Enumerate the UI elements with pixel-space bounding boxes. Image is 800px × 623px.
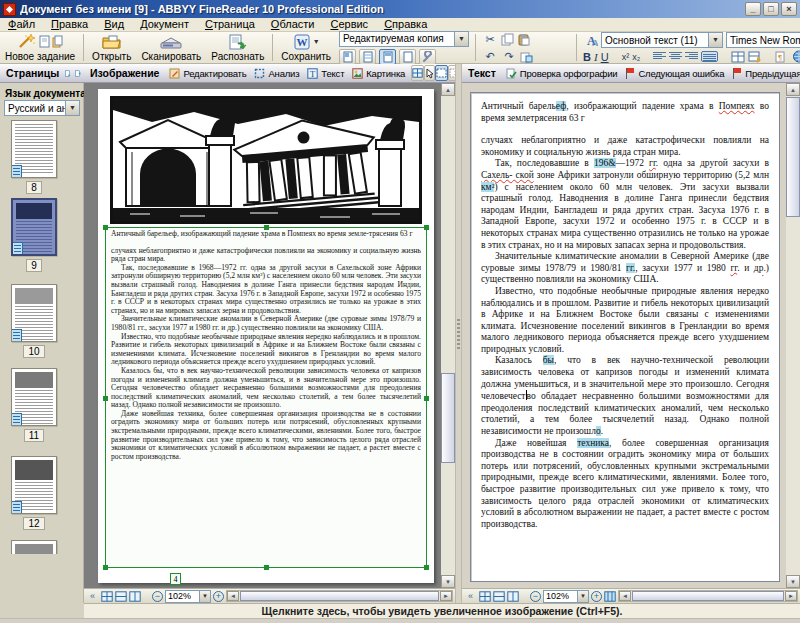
selection-handle[interactable]	[264, 565, 269, 570]
text-area-button[interactable]: T Текст	[303, 68, 348, 79]
underline-button[interactable]: U	[601, 51, 609, 63]
save-dropdown-arrow-icon[interactable]: ▼	[313, 38, 320, 45]
page-thumbnail-11[interactable]: 11	[10, 368, 58, 442]
format-option-2-button[interactable]	[359, 49, 376, 65]
prev-error-button[interactable]: Предыдущая ошибка	[728, 68, 800, 79]
zoom-in-icon[interactable]: +	[213, 591, 224, 602]
scroll-right-icon[interactable]: ►	[440, 591, 452, 601]
save-button[interactable]: W ▼ Сохранить	[276, 32, 336, 63]
italic-button[interactable]: I	[594, 51, 598, 63]
superscript-button[interactable]: x²	[622, 52, 630, 62]
menu-view[interactable]: Вид	[96, 18, 132, 31]
selection-handle[interactable]	[103, 396, 108, 401]
copy-icon[interactable]	[501, 33, 514, 46]
paste-icon[interactable]	[517, 33, 530, 46]
layout-horizontal-icon[interactable]	[115, 591, 127, 602]
maximize-button[interactable]: □	[763, 2, 779, 16]
image-zoom-select[interactable]: 102% ▼	[165, 590, 211, 603]
scroll-up-icon[interactable]: ▲	[786, 83, 800, 96]
menu-areas[interactable]: Области	[263, 18, 323, 31]
scrollbar-thumb[interactable]	[632, 591, 784, 601]
table-properties-icon[interactable]	[748, 51, 762, 63]
minimize-button[interactable]: _	[745, 2, 761, 16]
close-button[interactable]: ×	[781, 2, 797, 16]
language-tools-icon[interactable]	[792, 50, 800, 63]
cut-icon[interactable]: ✂	[482, 32, 498, 47]
selection-handle[interactable]	[424, 396, 429, 401]
spellcheck-button[interactable]: Проверка орфографии	[502, 68, 622, 79]
scrollbar-thumb[interactable]	[240, 591, 439, 601]
text-area-selection[interactable]: Античный барельеф, изображающий падение …	[105, 227, 427, 568]
format-option-4-button[interactable]	[399, 49, 416, 65]
layout-vertical-icon[interactable]	[507, 591, 519, 602]
status-hint-bar[interactable]: Щелкните здесь, чтобы увидеть увеличенно…	[84, 603, 800, 618]
scrollbar-thumb[interactable]	[786, 97, 800, 217]
page-thumbnail-13[interactable]: 13	[10, 540, 58, 554]
copy-mode-select[interactable]: Редактируемая копия ▼	[339, 31, 469, 47]
document-language-select[interactable]: Русский и англий... ▼	[4, 100, 80, 116]
subscript-button[interactable]: x₂	[632, 52, 640, 62]
open-button[interactable]: Открыть	[87, 32, 136, 63]
menu-page[interactable]: Страница	[197, 18, 263, 31]
text-vertical-scrollbar[interactable]: ▲ ▼	[786, 83, 800, 588]
table-area-button[interactable]	[411, 65, 424, 81]
layout-horizontal-icon[interactable]	[493, 591, 505, 602]
ocr-text-editor[interactable]: Античный барельеф, изображающий падение …	[470, 92, 780, 582]
page-thumbnail-9-selected[interactable]: 9	[10, 198, 58, 272]
scroll-down-icon[interactable]: ▼	[441, 575, 455, 588]
menu-edit[interactable]: Правка	[43, 18, 96, 31]
collapse-panel-icon[interactable]: «	[464, 590, 477, 603]
layout-vertical-icon[interactable]	[129, 591, 141, 602]
zoom-dropdown-icon[interactable]: ▼	[199, 591, 210, 602]
font-family-select[interactable]: Times New Roman ▼	[726, 32, 800, 48]
recognize-button[interactable]: Распознать	[206, 32, 269, 63]
scroll-left-icon[interactable]: ◄	[619, 591, 631, 601]
redo-icon[interactable]: ↷	[501, 49, 517, 64]
text-horizontal-scrollbar[interactable]: ◄ ►	[618, 590, 798, 602]
collapse-panel-icon[interactable]: «	[86, 590, 99, 603]
scan-button[interactable]: Сканировать	[136, 32, 206, 63]
scroll-up-icon[interactable]: ▲	[441, 83, 455, 96]
zoom-in-icon[interactable]: +	[591, 591, 602, 602]
titlebar[interactable]: Документ без имени [9] - ABBYY FineReade…	[0, 0, 800, 18]
draw-area-tool-button[interactable]	[435, 65, 448, 81]
scan-page-icon[interactable]	[75, 67, 81, 80]
page-thumbnail-12[interactable]: 12	[10, 456, 58, 530]
bold-button[interactable]: B	[583, 51, 591, 63]
analyze-button[interactable]: Анализ	[250, 68, 303, 79]
edit-image-button[interactable]: Редактировать	[165, 68, 250, 79]
language-dropdown-icon[interactable]: ▼	[65, 101, 79, 115]
layout-grid-icon[interactable]	[101, 591, 113, 602]
image-horizontal-scrollbar[interactable]: ◄ ►	[226, 590, 453, 602]
delete-area-button[interactable]	[448, 65, 455, 81]
picture-area-button[interactable]: Картинка	[348, 68, 409, 79]
insert-table-icon[interactable]	[731, 51, 745, 63]
zoom-dropdown-icon[interactable]: ▼	[577, 591, 588, 602]
undo-icon[interactable]: ↶	[482, 49, 498, 64]
save-settings-button[interactable]	[419, 49, 436, 65]
image-workspace[interactable]: Античный барельеф, изображающий падение …	[84, 83, 441, 588]
paragraph-settings-icon[interactable]: ¶	[775, 51, 789, 63]
next-error-button[interactable]: Следующая ошибка	[621, 68, 728, 79]
format-option-3-button[interactable]	[379, 49, 396, 65]
selection-handle[interactable]	[424, 565, 429, 570]
page-number-area[interactable]: 4	[170, 573, 181, 585]
menu-tools[interactable]: Сервис	[322, 18, 376, 31]
scroll-left-icon[interactable]: ◄	[227, 591, 239, 601]
align-right-button[interactable]	[685, 51, 698, 62]
align-justify-button[interactable]	[701, 51, 718, 62]
font-style-icon[interactable]: A A	[583, 33, 598, 47]
format-option-1-button[interactable]	[339, 49, 356, 65]
scroll-down-icon[interactable]: ▼	[786, 575, 800, 588]
paragraph-style-select[interactable]: Основной текст (11) ▼	[601, 32, 723, 48]
sync-view-icon[interactable]	[604, 591, 616, 602]
align-left-button[interactable]	[653, 51, 666, 62]
scroll-right-icon[interactable]: ►	[785, 591, 797, 601]
panel-splitter[interactable]	[455, 64, 462, 603]
open-page-image-icon[interactable]	[65, 67, 71, 80]
layout-grid-icon[interactable]	[479, 591, 491, 602]
menu-file[interactable]: Файл	[0, 18, 43, 31]
page-thumbnail-10[interactable]: 10	[10, 284, 58, 358]
align-center-button[interactable]	[669, 51, 682, 62]
scrollbar-thumb[interactable]	[441, 373, 455, 463]
